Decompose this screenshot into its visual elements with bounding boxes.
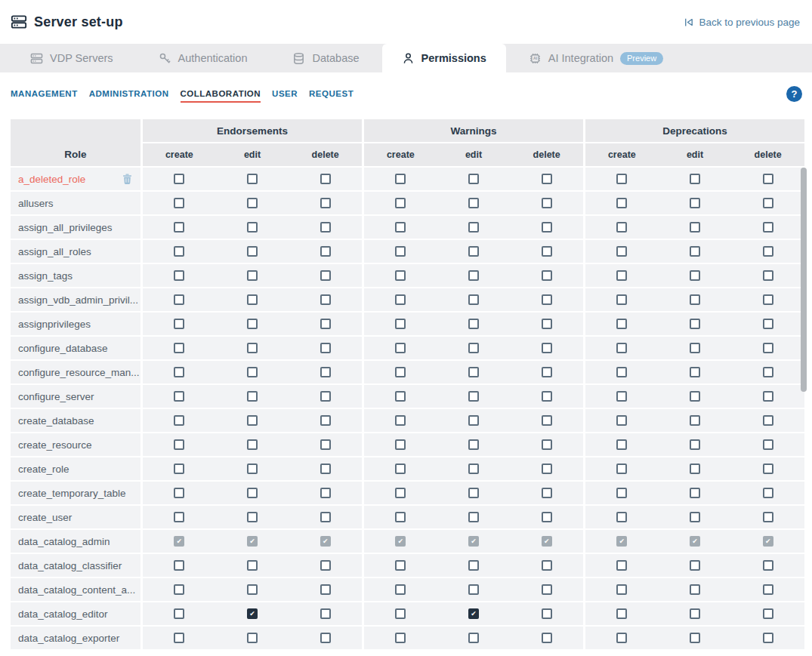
checkbox-configure_server-deprecations-create[interactable]	[616, 391, 627, 402]
subtab-user[interactable]: USER	[272, 89, 298, 101]
checkbox-data_catalog_classifier-warnings-delete[interactable]	[542, 560, 552, 571]
checkbox-data_catalog_editor-warnings-delete[interactable]	[542, 608, 552, 619]
checkbox-data_catalog_classifier-endorsements-create[interactable]	[174, 560, 184, 571]
checkbox-create_temporary_table-warnings-delete[interactable]	[542, 488, 552, 498]
checkbox-configure_database-deprecations-edit[interactable]	[690, 343, 700, 353]
checkbox-a_deleted_role-warnings-create[interactable]	[395, 174, 406, 184]
checkbox-data_catalog_exporter-endorsements-edit[interactable]	[247, 633, 258, 643]
checkbox-configure_server-endorsements-delete[interactable]	[320, 391, 331, 402]
checkbox-allusers-warnings-edit[interactable]	[468, 198, 479, 208]
checkbox-create_resource-endorsements-create[interactable]	[174, 439, 184, 450]
checkbox-assignprivileges-endorsements-create[interactable]	[174, 319, 184, 329]
checkbox-assign_tags-warnings-create[interactable]	[395, 270, 406, 281]
checkbox-assign_all_roles-warnings-delete[interactable]	[542, 246, 552, 257]
checkbox-a_deleted_role-warnings-edit[interactable]	[468, 174, 479, 184]
checkbox-assignprivileges-warnings-delete[interactable]	[542, 319, 552, 329]
checkbox-configure_resource_man-warnings-delete[interactable]	[542, 367, 552, 377]
checkbox-data_catalog_content_a-deprecations-create[interactable]	[616, 584, 627, 595]
checkbox-create_role-warnings-create[interactable]	[395, 464, 406, 474]
checkbox-create_database-warnings-edit[interactable]	[468, 415, 479, 426]
checkbox-create_user-deprecations-delete[interactable]	[763, 512, 773, 522]
checkbox-allusers-warnings-delete[interactable]	[542, 198, 552, 208]
checkbox-data_catalog_content_a-warnings-edit[interactable]	[468, 584, 479, 595]
checkbox-configure_resource_man-deprecations-edit[interactable]	[690, 367, 700, 377]
checkbox-create_temporary_table-deprecations-create[interactable]	[616, 488, 627, 498]
checkbox-allusers-deprecations-create[interactable]	[616, 198, 627, 208]
checkbox-configure_database-endorsements-edit[interactable]	[247, 343, 258, 353]
checkbox-data_catalog_editor-warnings-edit[interactable]	[468, 608, 479, 619]
checkbox-configure_resource_man-endorsements-edit[interactable]	[247, 367, 258, 377]
tab-database[interactable]: Database	[270, 44, 381, 72]
subtab-management[interactable]: MANAGEMENT	[11, 89, 78, 101]
checkbox-assign_tags-warnings-edit[interactable]	[468, 270, 479, 281]
checkbox-configure_database-warnings-edit[interactable]	[468, 343, 479, 353]
checkbox-assign_tags-deprecations-create[interactable]	[616, 270, 627, 281]
checkbox-configure_resource_man-deprecations-delete[interactable]	[763, 367, 773, 377]
checkbox-data_catalog_content_a-endorsements-delete[interactable]	[320, 584, 331, 595]
checkbox-create_resource-deprecations-edit[interactable]	[690, 439, 700, 450]
checkbox-create_resource-deprecations-create[interactable]	[616, 439, 627, 450]
checkbox-assign_all_privileges-endorsements-delete[interactable]	[320, 222, 331, 233]
checkbox-create_database-warnings-delete[interactable]	[542, 415, 552, 426]
checkbox-data_catalog_editor-deprecations-edit[interactable]	[690, 608, 700, 619]
checkbox-assign_vdb_admin_privil-deprecations-delete[interactable]	[763, 294, 773, 305]
checkbox-create_temporary_table-warnings-edit[interactable]	[468, 488, 479, 498]
checkbox-create_role-endorsements-create[interactable]	[174, 464, 184, 474]
checkbox-data_catalog_content_a-deprecations-delete[interactable]	[763, 584, 773, 595]
checkbox-data_catalog_content_a-warnings-delete[interactable]	[542, 584, 552, 595]
checkbox-configure_resource_man-endorsements-create[interactable]	[174, 367, 184, 377]
checkbox-configure_server-deprecations-delete[interactable]	[763, 391, 773, 402]
checkbox-data_catalog_classifier-endorsements-edit[interactable]	[247, 560, 258, 571]
checkbox-assign_all_privileges-deprecations-edit[interactable]	[690, 222, 700, 233]
checkbox-data_catalog_classifier-warnings-edit[interactable]	[468, 560, 479, 571]
checkbox-configure_resource_man-warnings-edit[interactable]	[468, 367, 479, 377]
checkbox-assign_all_roles-endorsements-delete[interactable]	[320, 246, 331, 257]
checkbox-assign_vdb_admin_privil-deprecations-edit[interactable]	[690, 294, 700, 305]
checkbox-create_resource-deprecations-delete[interactable]	[763, 439, 773, 450]
checkbox-create_role-warnings-delete[interactable]	[542, 464, 552, 474]
checkbox-create_database-endorsements-delete[interactable]	[320, 415, 331, 426]
tab-authentication[interactable]: Authentication	[136, 44, 270, 72]
checkbox-a_deleted_role-deprecations-edit[interactable]	[690, 174, 700, 184]
checkbox-assign_tags-deprecations-edit[interactable]	[690, 270, 700, 281]
checkbox-configure_server-warnings-create[interactable]	[395, 391, 406, 402]
checkbox-create_user-endorsements-edit[interactable]	[247, 512, 258, 522]
checkbox-configure_database-endorsements-delete[interactable]	[320, 343, 331, 353]
checkbox-data_catalog_editor-endorsements-delete[interactable]	[320, 608, 331, 619]
back-link[interactable]: Back to previous page	[683, 17, 800, 28]
checkbox-assignprivileges-endorsements-delete[interactable]	[320, 319, 331, 329]
tab-ai-integration[interactable]: AI AI Integration Preview	[506, 44, 686, 72]
checkbox-data_catalog_exporter-deprecations-delete[interactable]	[763, 633, 773, 643]
checkbox-configure_database-endorsements-create[interactable]	[174, 343, 184, 353]
checkbox-create_resource-warnings-create[interactable]	[395, 439, 406, 450]
checkbox-data_catalog_content_a-endorsements-edit[interactable]	[247, 584, 258, 595]
checkbox-create_user-warnings-edit[interactable]	[468, 512, 479, 522]
checkbox-create_database-endorsements-edit[interactable]	[247, 415, 258, 426]
checkbox-configure_server-warnings-delete[interactable]	[542, 391, 552, 402]
help-button[interactable]: ?	[786, 86, 802, 102]
checkbox-assign_vdb_admin_privil-endorsements-edit[interactable]	[247, 294, 258, 305]
checkbox-data_catalog_editor-endorsements-create[interactable]	[174, 608, 184, 619]
checkbox-assign_all_privileges-deprecations-create[interactable]	[616, 222, 627, 233]
checkbox-data_catalog_classifier-deprecations-edit[interactable]	[690, 560, 700, 571]
checkbox-assignprivileges-warnings-create[interactable]	[395, 319, 406, 329]
checkbox-data_catalog_editor-deprecations-delete[interactable]	[763, 608, 773, 619]
checkbox-assignprivileges-deprecations-delete[interactable]	[763, 319, 773, 329]
checkbox-create_temporary_table-endorsements-create[interactable]	[174, 488, 184, 498]
checkbox-assign_tags-endorsements-delete[interactable]	[320, 270, 331, 281]
tab-permissions[interactable]: Permissions	[382, 44, 506, 72]
checkbox-assignprivileges-warnings-edit[interactable]	[468, 319, 479, 329]
checkbox-data_catalog_content_a-endorsements-create[interactable]	[174, 584, 184, 595]
checkbox-create_user-endorsements-delete[interactable]	[320, 512, 331, 522]
checkbox-a_deleted_role-endorsements-create[interactable]	[174, 174, 184, 184]
checkbox-create_user-endorsements-create[interactable]	[174, 512, 184, 522]
checkbox-create_database-deprecations-delete[interactable]	[763, 415, 773, 426]
checkbox-assign_tags-deprecations-delete[interactable]	[763, 270, 773, 281]
checkbox-configure_resource_man-warnings-create[interactable]	[395, 367, 406, 377]
checkbox-allusers-deprecations-delete[interactable]	[763, 198, 773, 208]
delete-role-icon[interactable]	[122, 173, 133, 185]
checkbox-assign_tags-warnings-delete[interactable]	[542, 270, 552, 281]
checkbox-create_user-deprecations-create[interactable]	[616, 512, 627, 522]
checkbox-create_role-deprecations-create[interactable]	[616, 464, 627, 474]
checkbox-create_role-deprecations-delete[interactable]	[763, 464, 773, 474]
